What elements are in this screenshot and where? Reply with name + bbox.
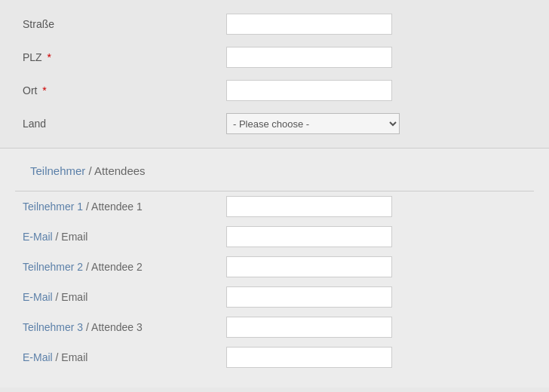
ort-label: Ort * — [15, 84, 226, 96]
attendee-2-name-input[interactable] — [226, 256, 392, 277]
attendees-title-en: Attendees — [94, 164, 146, 177]
form-container: Straße PLZ * Ort * Land - P — [0, 0, 549, 392]
attendees-title-sep: / — [85, 164, 94, 177]
attendee-2-email-input[interactable] — [226, 286, 392, 308]
attendee-2-email-row: E-Mail / Email — [15, 282, 534, 312]
land-label: Land — [15, 118, 226, 130]
plz-input[interactable] — [226, 47, 392, 68]
land-row: Land - Please choose - — [15, 107, 534, 140]
attendee-3-name-input[interactable] — [226, 317, 392, 338]
plz-row: PLZ * — [15, 41, 534, 74]
attendees-title-de: Teilnehmer — [30, 164, 85, 177]
strasse-row: Straße — [15, 8, 534, 41]
address-section: Straße PLZ * Ort * Land - P — [0, 0, 549, 148]
attendee-2-email-label: E-Mail / Email — [15, 291, 226, 303]
attendee-1-email-row: E-Mail / Email — [15, 222, 534, 252]
attendees-header: Teilnehmer / Attendees — [15, 152, 534, 183]
attendee-3-name-label: Teilnehmer 3 / Attendee 3 — [15, 321, 226, 333]
attendee-3-email-row: E-Mail / Email — [15, 342, 534, 372]
attendee-1-name-label: Teilnehmer 1 / Attendee 1 — [15, 201, 226, 213]
attendee-1-name-input[interactable] — [226, 196, 392, 217]
attendee-1-email-label: E-Mail / Email — [15, 231, 226, 243]
ort-input[interactable] — [226, 80, 392, 101]
land-select[interactable]: - Please choose - — [226, 113, 400, 134]
attendee-2-name-label: Teilnehmer 2 / Attendee 2 — [15, 261, 226, 273]
attendee-3-email-input[interactable] — [226, 347, 392, 368]
ort-required-star: * — [42, 84, 46, 96]
plz-label: PLZ * — [15, 51, 226, 63]
ort-row: Ort * — [15, 74, 534, 107]
strasse-label: Straße — [15, 18, 226, 30]
attendee-3-name-row: Teilnehmer 3 / Attendee 3 — [15, 312, 534, 342]
strasse-input[interactable] — [226, 14, 392, 35]
attendee-1-name-row: Teilnehmer 1 / Attendee 1 — [15, 191, 534, 222]
attendees-section: Teilnehmer / Attendees Teilnehmer 1 / At… — [0, 148, 549, 387]
plz-required-star: * — [48, 51, 51, 63]
attendee-2-name-row: Teilnehmer 2 / Attendee 2 — [15, 252, 534, 282]
attendee-3-email-label: E-Mail / Email — [15, 351, 226, 363]
attendee-1-email-input[interactable] — [226, 226, 392, 247]
